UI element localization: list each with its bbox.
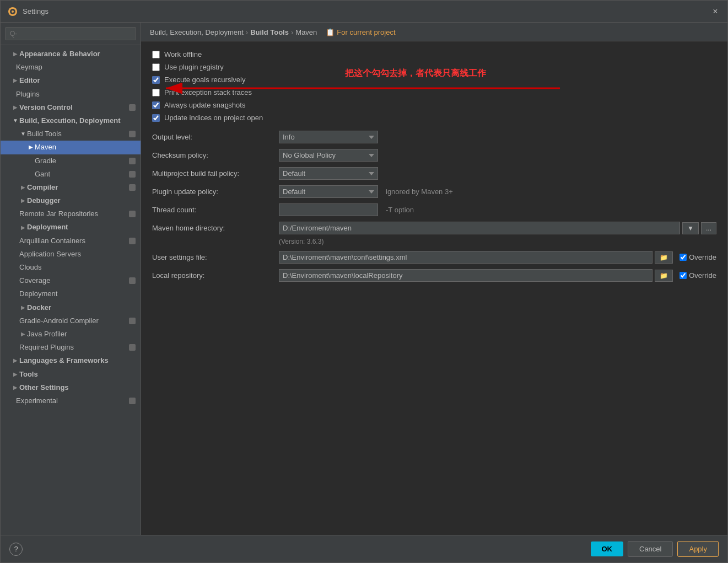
sidebar-item-arquillian[interactable]: Arquillian Containers <box>1 234 141 248</box>
checksum-policy-select[interactable]: No Global Policy Fail Warn Ignore <box>279 149 378 162</box>
ok-button[interactable]: OK <box>591 541 624 556</box>
checkbox-always-update-label: Always update snapshots <box>164 101 245 109</box>
sidebar-label: Gradle <box>35 156 56 166</box>
cancel-button[interactable]: Cancel <box>628 541 673 557</box>
user-settings-browse-btn[interactable]: 📁 <box>655 251 673 264</box>
sidebar-item-compiler[interactable]: ▶ Compiler <box>1 181 141 194</box>
maven-home-input[interactable] <box>279 222 680 234</box>
local-repo-input[interactable] <box>279 269 652 282</box>
plugin-update-hint: ignored by Maven 3+ <box>386 187 453 196</box>
checksum-policy-control: No Global Policy Fail Warn Ignore <box>279 149 716 162</box>
sidebar-item-editor[interactable]: ▶ Editor <box>1 74 141 87</box>
sidebar-item-build-tools[interactable]: ▼ Build Tools <box>1 127 141 141</box>
sidebar-label: Debugger <box>27 196 61 206</box>
sidebar-label: Experimental <box>16 396 58 406</box>
sidebar-item-java-profiler[interactable]: ▶ Java Profiler <box>1 328 141 341</box>
arrow-icon: ▶ <box>19 330 27 338</box>
sidebar-item-docker[interactable]: ▶ Docker <box>1 301 141 314</box>
checkbox-print-exception[interactable] <box>152 89 160 96</box>
arrow-icon: ▼ <box>12 117 19 125</box>
sidebar-item-build-exec[interactable]: ▼ Build, Execution, Deployment <box>1 114 141 127</box>
sidebar-item-tools[interactable]: ▶ Tools <box>1 368 141 381</box>
sidebar-item-required-plugins[interactable]: Required Plugins <box>1 341 141 354</box>
thread-count-input[interactable] <box>279 203 378 216</box>
checkbox-execute-goals[interactable] <box>152 76 160 84</box>
user-settings-path: 📁 Override <box>279 251 716 264</box>
sidebar-label: Remote Jar Repositories <box>19 209 98 219</box>
clipboard-icon: 📋 <box>326 28 335 36</box>
sidebar-item-deployment2[interactable]: Deployment <box>1 287 141 301</box>
checkbox-execute-goals-label: Execute goals recursively <box>164 76 245 84</box>
sidebar-label: Maven <box>35 142 56 152</box>
help-button[interactable]: ? <box>9 543 23 556</box>
plugin-update-control: Default Ignore Check always Do not updat… <box>279 185 716 198</box>
local-repo-override: Override <box>680 271 716 280</box>
sidebar-item-gradle[interactable]: Gradle <box>1 154 141 168</box>
checkbox-work-offline-label: Work offline <box>164 50 202 58</box>
output-level-control: Info Debug Error <box>279 131 716 143</box>
arrow-icon: ▼ <box>19 130 27 138</box>
output-level-label: Output level: <box>152 133 279 141</box>
checkbox-update-indices[interactable] <box>152 114 160 122</box>
sidebar-label: Deployment <box>19 289 57 299</box>
checkbox-always-update[interactable] <box>152 101 160 109</box>
checkbox-work-offline[interactable] <box>152 51 160 58</box>
current-project-link[interactable]: 📋 For current project <box>326 28 395 36</box>
sidebar-label: Editor <box>19 76 40 85</box>
apply-button[interactable]: Apply <box>677 541 719 557</box>
sidebar-item-gradle-android[interactable]: Gradle-Android Compiler <box>1 314 141 328</box>
checkbox-use-plugin-registry[interactable] <box>152 63 160 71</box>
maven-home-browse-btn[interactable]: ... <box>701 222 716 234</box>
user-settings-input[interactable] <box>279 251 652 264</box>
spacer1 <box>152 126 716 131</box>
badge-icon <box>128 157 136 165</box>
maven-home-dropdown-btn[interactable]: ▼ <box>682 222 699 234</box>
sidebar-item-keymap[interactable]: Keymap <box>1 61 141 74</box>
sidebar-label: Appearance & Behavior <box>19 49 100 59</box>
close-button[interactable]: × <box>710 6 721 17</box>
checkbox-override-local-repo[interactable] <box>680 272 687 279</box>
breadcrumb-sep1: › <box>246 28 248 36</box>
output-level-row: Output level: Info Debug Error <box>152 131 716 143</box>
thread-count-hint: -T option <box>386 206 414 214</box>
sidebar-item-clouds[interactable]: Clouds <box>1 261 141 274</box>
sidebar-item-coverage[interactable]: Coverage <box>1 274 141 287</box>
sidebar-item-plugins[interactable]: Plugins <box>1 88 141 101</box>
main-panel: Build, Execution, Deployment › Build Too… <box>141 23 727 535</box>
checkbox-override-user-settings[interactable] <box>680 254 687 261</box>
sidebar-label: Plugins <box>16 89 40 99</box>
settings-dialog: Settings × ▶ Appearance & Behavior Keyma… <box>0 0 728 563</box>
sidebar-item-gant[interactable]: Gant <box>1 168 141 181</box>
thread-count-control: -T option <box>279 203 716 216</box>
sidebar-label: Java Profiler <box>27 329 67 339</box>
override-user-label: Override <box>689 253 716 261</box>
bottom-bar: ? OK Cancel Apply <box>1 535 727 562</box>
sidebar-item-app-servers[interactable]: Application Servers <box>1 248 141 261</box>
multiproject-policy-label: Multiproject build fail policy: <box>152 169 279 178</box>
breadcrumb-part2: Build Tools <box>250 28 289 36</box>
user-settings-row: User settings file: 📁 Override <box>152 251 716 264</box>
plugin-update-select[interactable]: Default Ignore Check always Do not updat… <box>279 185 378 198</box>
output-level-select[interactable]: Info Debug Error <box>279 131 378 143</box>
sidebar-item-experimental[interactable]: Experimental <box>1 394 141 407</box>
sidebar-item-appearance[interactable]: ▶ Appearance & Behavior <box>1 47 141 61</box>
sidebar-item-deployment[interactable]: ▶ Deployment <box>1 221 141 234</box>
search-input[interactable] <box>5 27 136 40</box>
badge-icon <box>128 237 136 245</box>
window-title: Settings <box>23 7 710 15</box>
sidebar-item-remote-jar[interactable]: Remote Jar Repositories <box>1 207 141 221</box>
sidebar-item-version-control[interactable]: ▶ Version Control <box>1 101 141 114</box>
sidebar-item-languages[interactable]: ▶ Languages & Frameworks <box>1 354 141 367</box>
breadcrumb-part3: Maven <box>295 28 317 36</box>
plugin-update-label: Plugin update policy: <box>152 187 279 196</box>
sidebar-item-maven[interactable]: ▶ Maven <box>1 141 141 154</box>
arrow-icon: ▶ <box>19 224 27 232</box>
sidebar-item-other-settings[interactable]: ▶ Other Settings <box>1 381 141 394</box>
user-settings-override: Override <box>680 253 716 261</box>
breadcrumb-sep2: › <box>291 28 293 36</box>
maven-home-row: Maven home directory: ▼ ... <box>152 222 716 234</box>
local-repo-browse-btn[interactable]: 📁 <box>655 270 673 282</box>
sidebar-item-debugger[interactable]: ▶ Debugger <box>1 194 141 207</box>
multiproject-policy-select[interactable]: Default Fail at End Fail Fast Never Fail <box>279 167 378 180</box>
svg-point-2 <box>12 10 14 13</box>
